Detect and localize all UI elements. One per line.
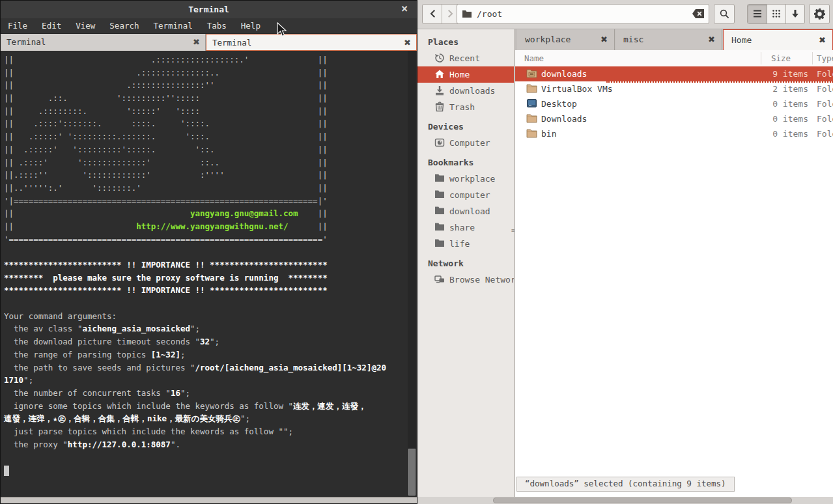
fm-sidebar: Places Recent Home downloads Trash Devic… xyxy=(417,29,514,497)
sidebar-item-home[interactable]: Home xyxy=(417,66,514,83)
file-name: VirtualBox VMs xyxy=(541,81,613,96)
down-arrow-icon xyxy=(791,9,800,18)
recent-icon xyxy=(434,53,445,63)
file-manager-window: /root xyxy=(417,0,833,504)
file-size: 0 items xyxy=(730,96,808,111)
scrollbar-thumb[interactable] xyxy=(493,497,792,503)
terminal-line: || http://www.yangyangwithgnu.net/ || xyxy=(4,220,408,233)
menu-view[interactable]: View xyxy=(68,18,102,33)
list-view-button-active[interactable] xyxy=(748,5,767,23)
terminal-line: ******** please make sure the proxy soft… xyxy=(4,272,408,285)
location-bar[interactable]: /root xyxy=(457,4,709,24)
terminal-line: ||..''''':.' ':::::::.' || xyxy=(4,182,408,195)
file-row-virtualbox-vms[interactable]: VirtualBox VMs 2 items Folder xyxy=(515,81,833,96)
terminal-line: ************************ !! IMPORTANCE !… xyxy=(4,259,408,272)
terminal-tabbar: Terminal ✖ Terminal ✖ xyxy=(1,34,417,51)
grid-view-icon xyxy=(772,9,781,18)
close-icon[interactable]: ✖ xyxy=(600,29,608,49)
close-icon[interactable]: × xyxy=(397,1,412,18)
folder-icon xyxy=(526,113,537,123)
file-size: 0 items xyxy=(730,126,808,141)
terminal-tab-1[interactable]: Terminal ✖ xyxy=(1,34,206,51)
sidebar-item-downloads[interactable]: downloads xyxy=(417,83,514,99)
file-row-downloads[interactable]: downloads 9 items Folder xyxy=(515,66,833,81)
clear-location-icon[interactable] xyxy=(692,9,704,18)
file-row-desktop[interactable]: Desktop 0 items Folder xyxy=(515,96,833,111)
file-name: bin xyxy=(541,126,556,141)
tab-label: Terminal xyxy=(7,34,46,50)
menu-help[interactable]: Help xyxy=(234,18,268,33)
sidebar-item-label: Trash xyxy=(449,102,475,112)
menu-search[interactable]: Search xyxy=(102,18,146,33)
terminal-line: just parse topics which include the kewo… xyxy=(4,425,408,438)
sidebar-item-computer[interactable]: Computer xyxy=(417,135,514,151)
sidebar-header-places: Places xyxy=(417,35,514,50)
terminal-line: the range of parsing topics [1~32]; xyxy=(4,348,408,361)
terminal-line xyxy=(4,297,408,310)
download-icon xyxy=(434,85,445,96)
compact-view-button[interactable] xyxy=(785,5,804,23)
scrollbar-thumb[interactable] xyxy=(408,449,416,496)
terminal-titlebar[interactable]: Terminal × xyxy=(1,1,417,18)
folder-icon xyxy=(434,189,445,199)
view-button-group xyxy=(747,4,805,24)
column-header-name[interactable]: Name xyxy=(524,50,544,66)
terminal-menubar: FileEditViewSearchTerminalTabsHelp xyxy=(1,18,417,34)
terminal-window: Terminal × FileEditViewSearchTerminalTab… xyxy=(0,0,417,504)
menu-tabs[interactable]: Tabs xyxy=(200,18,234,33)
terminal-line xyxy=(4,451,408,464)
settings-button[interactable] xyxy=(809,4,830,24)
search-button[interactable] xyxy=(714,4,735,24)
sidebar-item-workplace[interactable]: workplace xyxy=(417,171,514,187)
tab-label: workplace xyxy=(525,29,571,49)
close-icon[interactable]: ✖ xyxy=(819,30,826,50)
column-header-type[interactable]: Type xyxy=(817,50,833,66)
close-icon[interactable]: ✖ xyxy=(404,35,411,51)
sidebar-item-download-bookmark[interactable]: download xyxy=(417,203,514,219)
file-row-downloads-capital[interactable]: Downloads 0 items Folder xyxy=(515,111,833,126)
fm-tab-workplace[interactable]: workplace ✖ xyxy=(517,29,615,50)
file-type: Folder xyxy=(817,126,833,141)
close-icon[interactable]: ✖ xyxy=(708,29,715,49)
sidebar-item-label: Browse Network xyxy=(449,275,514,285)
file-size: 0 items xyxy=(730,111,808,126)
fm-tab-home-active[interactable]: Home ✖ xyxy=(723,29,833,50)
grid-view-button[interactable] xyxy=(767,5,786,23)
terminal-line: Your command arguments: xyxy=(4,310,408,323)
sidebar-header-network: Network xyxy=(417,256,514,272)
list-view-icon xyxy=(753,10,762,18)
sidebar-item-computer-bookmark[interactable]: computer xyxy=(417,187,514,203)
folder-icon xyxy=(434,222,445,231)
close-icon[interactable]: ✖ xyxy=(193,34,200,50)
sidebar-item-browse-network[interactable]: Browse Network xyxy=(417,272,514,288)
home-icon xyxy=(434,69,445,79)
column-separator xyxy=(761,52,761,64)
file-row-bin[interactable]: bin 0 items Folder xyxy=(515,126,833,141)
sidebar-item-recent[interactable]: Recent xyxy=(417,50,514,66)
terminal-output[interactable]: || .:::::::::::::::::.' |||| .::::::::::… xyxy=(1,51,417,499)
folder-icon xyxy=(526,128,537,138)
terminal-line: || .:::::' ':::::::::.::::::. ':::. || xyxy=(4,130,408,143)
file-size: 2 items xyxy=(730,81,808,96)
fm-tab-misc[interactable]: misc ✖ xyxy=(615,29,722,50)
terminal-scrollbar[interactable] xyxy=(408,51,416,499)
horizontal-scrollbar[interactable] xyxy=(417,497,833,504)
fm-toolbar: /root xyxy=(417,0,833,29)
back-button[interactable] xyxy=(423,5,442,23)
menu-terminal[interactable]: Terminal xyxy=(146,18,199,33)
terminal-line: ignore some topics which include the key… xyxy=(4,400,408,413)
sidebar-item-label: computer xyxy=(449,190,490,200)
sidebar-item-share[interactable]: share xyxy=(417,219,514,236)
tab-label: misc xyxy=(623,29,643,49)
menu-file[interactable]: File xyxy=(1,18,35,33)
terminal-tab-2-active[interactable]: Terminal ✖ xyxy=(206,34,417,51)
terminal-line: 連發，连弹，★㊣，合辑，合集，合輯，nike，最新の美女骑兵㊣"; xyxy=(4,412,408,425)
column-header-size[interactable]: Size xyxy=(771,50,791,66)
menu-edit[interactable]: Edit xyxy=(35,18,68,33)
sidebar-item-life[interactable]: life xyxy=(417,236,514,252)
sidebar-item-label: share xyxy=(449,223,475,232)
terminal-line: || yangyang.gnu@gmail.com || xyxy=(4,207,408,220)
sidebar-item-trash[interactable]: Trash xyxy=(417,99,514,115)
terminal-line: the proxy "http://127.0.0.1:8087". xyxy=(4,438,408,451)
terminal-line: the number of concurrent tasks "16"; xyxy=(4,387,408,400)
